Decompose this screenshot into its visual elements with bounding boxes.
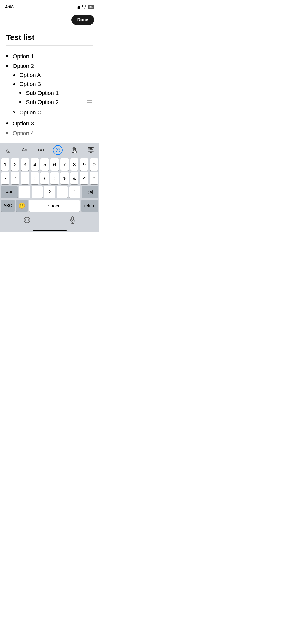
svg-rect-15	[89, 149, 90, 150]
battery-indicator: 36	[88, 5, 94, 9]
bullet-icon	[6, 65, 8, 67]
key-abc[interactable]: ABC	[1, 200, 15, 212]
top-bar: Done	[0, 13, 99, 28]
symbol-row: - / : ; ( ) $ & @ "	[0, 171, 99, 184]
done-button[interactable]: Done	[71, 15, 94, 25]
clipboard-button[interactable]	[69, 146, 79, 154]
list-item: Option B Sub Option 1	[13, 80, 93, 108]
list-item-text: Option 4	[13, 130, 34, 137]
key-space[interactable]: space	[29, 200, 80, 212]
key-question[interactable]: ?	[44, 186, 55, 198]
svg-rect-17	[92, 149, 93, 150]
list-item-text: Option 3	[13, 120, 34, 127]
key-backspace[interactable]	[82, 186, 98, 198]
key-colon[interactable]: :	[21, 172, 29, 184]
page-title: Test list	[6, 33, 93, 42]
list-content: Option 1 Option 2 Option A	[6, 50, 93, 138]
key-ampersand[interactable]: &	[70, 172, 79, 184]
list-item-text: Option A	[19, 72, 41, 78]
key-exclaim[interactable]: !	[57, 186, 68, 198]
list-item: Option 2 Option A Option B	[6, 61, 93, 119]
key-lparen[interactable]: (	[40, 172, 49, 184]
bullet-open-icon	[13, 83, 15, 85]
more-options-button[interactable]: •••	[36, 146, 47, 154]
key-0[interactable]: 0	[90, 158, 98, 171]
key-5[interactable]: 5	[40, 158, 49, 171]
list-item: Option 1	[6, 52, 93, 61]
bullet-icon	[6, 122, 8, 124]
key-7[interactable]: 7	[60, 158, 69, 171]
bullet-icon	[6, 55, 8, 57]
key-at[interactable]: @	[80, 172, 88, 184]
font-size-button[interactable]: Aa	[20, 146, 30, 154]
key-4[interactable]: 4	[31, 158, 39, 171]
key-quote[interactable]: "	[90, 172, 98, 184]
sub-sub-list: Sub Option 1 Sub Option 2	[19, 87, 93, 107]
bottom-row: ABC 🙂 space return	[0, 198, 99, 213]
key-1[interactable]: 1	[1, 158, 9, 171]
home-indicator	[33, 230, 67, 231]
list-item-text: Sub Option 2	[26, 99, 59, 106]
wifi-icon	[82, 5, 86, 9]
bullet-open-icon	[13, 74, 15, 76]
key-6[interactable]: 6	[50, 158, 59, 171]
svg-rect-14	[91, 148, 92, 149]
status-right: 36	[76, 5, 94, 9]
home-indicator-bar	[0, 228, 99, 232]
list-item: Sub Option 2	[19, 98, 93, 107]
list-item-text: Option 1	[13, 53, 34, 60]
svg-point-18	[24, 217, 30, 223]
svg-rect-22	[72, 217, 74, 220]
strikethrough-button[interactable]: A	[3, 146, 14, 154]
key-comma[interactable]: ,	[32, 186, 43, 198]
key-slash[interactable]: /	[11, 172, 19, 184]
key-period[interactable]: .	[19, 186, 30, 198]
svg-point-19	[26, 217, 28, 223]
key-semicolon[interactable]: ;	[31, 172, 39, 184]
key-apostrophe[interactable]: '	[69, 186, 80, 198]
sub-list: Option A Option B Sub Option 1	[13, 69, 93, 117]
status-time: 4:08	[5, 5, 14, 10]
key-emoji[interactable]: 🙂	[16, 200, 27, 212]
formatting-toolbar: A Aa •••	[0, 143, 99, 157]
text-cursor	[59, 99, 59, 106]
key-8[interactable]: 8	[70, 158, 79, 171]
main-list: Option 1 Option 2 Option A	[6, 52, 93, 138]
editor: Test list Option 1 Option 2 Option A	[0, 28, 99, 138]
nav-button[interactable]	[53, 145, 63, 155]
list-item: Option A	[13, 70, 93, 80]
list-item: Option 4	[6, 128, 93, 138]
bullet-open-icon	[13, 111, 15, 113]
bottom-extras	[0, 213, 99, 228]
microphone-button[interactable]	[50, 214, 95, 226]
key-dash[interactable]: -	[1, 172, 9, 184]
list-item-text: Option C	[19, 109, 42, 116]
svg-point-3	[56, 148, 60, 152]
title-divider	[6, 45, 93, 46]
key-symbols-toggle[interactable]: #+=	[1, 186, 18, 198]
key-rparen[interactable]: )	[50, 172, 59, 184]
key-3[interactable]: 3	[21, 158, 29, 171]
bullet-icon	[6, 132, 8, 134]
list-item: Option C	[13, 108, 93, 117]
more-icon: •••	[38, 147, 45, 153]
special-row: #+= . , ? ! '	[0, 184, 99, 198]
bullet-filled-icon	[19, 101, 21, 103]
globe-button[interactable]	[4, 214, 50, 226]
key-9[interactable]: 9	[80, 158, 88, 171]
list-item-text: Sub Option 1	[26, 90, 59, 96]
list-item-text: Option 2	[13, 63, 34, 69]
drag-handle[interactable]	[86, 99, 93, 105]
bullet-filled-icon	[19, 92, 21, 94]
key-return[interactable]: return	[81, 200, 98, 212]
key-2[interactable]: 2	[11, 158, 19, 171]
signal-icon	[76, 5, 80, 9]
status-bar: 4:08 36	[0, 0, 99, 13]
keyboard-hide-button[interactable]	[86, 146, 96, 154]
svg-rect-16	[90, 149, 92, 150]
key-dollar[interactable]: $	[60, 172, 69, 184]
number-row: 1 2 3 4 5 6 7 8 9 0	[0, 157, 99, 171]
list-item-text: Option B	[19, 81, 41, 87]
keyboard: 1 2 3 4 5 6 7 8 9 0 - / : ; ( ) $ & @ " …	[0, 157, 99, 232]
svg-rect-13	[90, 148, 91, 149]
